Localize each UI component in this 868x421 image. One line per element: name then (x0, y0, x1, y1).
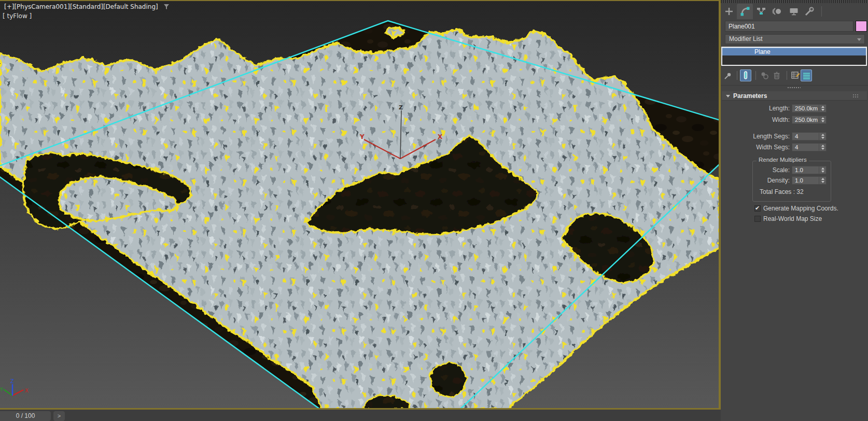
application-window: Y X Z X Y Z [+][PhysCamera001][Standard]… (0, 0, 868, 421)
total-faces-readout: Total Faces : 32 (760, 188, 804, 195)
utilities-icon (805, 7, 815, 16)
tripod-x-label: X (25, 388, 29, 394)
remove-modifier-button[interactable] (771, 69, 782, 81)
density-row: Density: 1.0 (721, 176, 868, 185)
stack-item-plane[interactable]: Plane (722, 48, 866, 55)
timeline-statusbar: 0 / 100 > (0, 410, 721, 421)
object-color-swatch[interactable] (856, 21, 867, 32)
stack-toolbar (721, 68, 868, 83)
rollout-collapse-icon (726, 95, 730, 97)
length-label: Length: (769, 105, 790, 112)
tab-display[interactable] (786, 4, 802, 19)
tab-separator (821, 6, 822, 17)
tab-hierarchy[interactable] (753, 4, 769, 19)
hierarchy-icon (757, 7, 766, 16)
viewport-menu-label[interactable]: [+][PhysCamera001][Standard][Default Sha… (4, 3, 158, 10)
show-end-result-button[interactable] (740, 69, 751, 81)
display-icon (789, 7, 799, 16)
length-value: 250.0km (795, 105, 818, 111)
remove-modifier-trash-icon (773, 71, 781, 80)
make-unique-button[interactable] (759, 69, 771, 81)
real-world-map-size-checkbox[interactable] (754, 216, 761, 222)
scale-spinner[interactable] (819, 166, 826, 174)
length-field[interactable]: 250.0km (792, 104, 827, 113)
width-row: Width: 250.0km (721, 116, 868, 124)
length-segs-row: Length Segs: 4 (721, 132, 868, 141)
density-label: Density: (767, 177, 790, 184)
modify-icon (740, 7, 750, 16)
length-row: Length: 250.0km (721, 104, 868, 113)
width-segs-label: Width Segs: (756, 144, 790, 151)
scale-field[interactable]: 1.0 (792, 166, 827, 174)
width-segs-spinner[interactable] (819, 144, 826, 151)
scale-label: Scale: (773, 166, 790, 174)
create-icon (724, 7, 734, 16)
command-panel: Modifier List Plane (721, 0, 868, 421)
width-segs-row: Width Segs: 4 (721, 143, 868, 152)
gizmo-y-label: Y (359, 133, 365, 141)
configure-modifier-sets-icon (791, 71, 800, 80)
generate-mapping-coords-row: Generate Mapping Coords. (754, 205, 868, 213)
tab-create[interactable] (721, 4, 737, 19)
panel-drag-handle[interactable] (721, 0, 868, 3)
viewport-active-border-top (0, 0, 721, 1)
timeline-next-button[interactable]: > (53, 411, 65, 421)
parameters-rollout-header[interactable]: Parameters (722, 91, 867, 101)
length-segs-label: Length Segs: (753, 133, 790, 140)
scale-value: 1.0 (795, 167, 803, 173)
modifier-sets-list-icon (803, 72, 810, 79)
panel-splitter[interactable] (721, 85, 868, 89)
width-value: 250.0km (795, 117, 818, 123)
toolbar-separator (787, 71, 787, 80)
toolbar-separator (755, 71, 756, 80)
scene-render: Y X Z X Y Z (0, 0, 721, 410)
viewport-active-border-bottom (0, 408, 721, 410)
real-world-map-size-row: Real-World Map Size (754, 216, 868, 223)
real-world-map-size-label: Real-World Map Size (763, 215, 822, 222)
grass-island-top[interactable] (386, 27, 404, 37)
density-field[interactable]: 1.0 (792, 176, 827, 185)
width-segs-value: 4 (795, 144, 798, 150)
render-multipliers-title: Render Multipliers (757, 157, 809, 163)
tripod-z-label: Z (10, 378, 14, 384)
width-label: Width: (772, 116, 790, 123)
tyflow-viewport-label[interactable]: [ tyFlow ] (3, 12, 32, 20)
filter-funnel-icon[interactable] (163, 4, 170, 10)
density-spinner[interactable] (819, 177, 826, 184)
modifier-list-label: Modifier List (729, 35, 763, 43)
viewport-active-border-right (719, 0, 721, 410)
modifier-list-dropdown[interactable]: Modifier List (725, 34, 865, 44)
make-unique-icon (760, 71, 769, 80)
pin-stack-icon (724, 72, 732, 80)
object-name-field[interactable] (725, 21, 853, 32)
tab-motion[interactable] (769, 4, 785, 19)
toolbar-separator (737, 71, 737, 80)
rollout-drag-grip[interactable] (852, 94, 859, 99)
modifier-sets-list-button[interactable] (801, 69, 812, 81)
chevron-down-icon (857, 38, 861, 41)
motion-icon (772, 7, 782, 16)
rollout-title: Parameters (733, 92, 767, 100)
viewport-canvas[interactable]: Y X Z X Y Z [+][PhysCamera001][Standard]… (0, 0, 721, 410)
density-value: 1.0 (795, 177, 803, 184)
tab-modify[interactable] (737, 4, 753, 19)
gizmo-x-label: X (438, 133, 443, 141)
scale-row: Scale: 1.0 (721, 166, 868, 175)
length-spinner[interactable] (819, 105, 826, 112)
gizmo-z-label: Z (399, 104, 403, 111)
configure-modifier-sets-button[interactable] (790, 69, 801, 81)
generate-mapping-coords-checkbox[interactable] (754, 205, 761, 212)
tab-utilities[interactable] (802, 4, 818, 19)
length-segs-spinner[interactable] (819, 133, 826, 140)
timeline-frame-display[interactable]: 0 / 100 (0, 411, 51, 421)
width-spinner[interactable] (819, 116, 826, 123)
modifier-stack[interactable]: Plane (721, 47, 867, 66)
length-segs-value: 4 (795, 133, 798, 139)
tripod-y-label: Y (0, 387, 4, 392)
generate-mapping-coords-label: Generate Mapping Coords. (763, 205, 838, 212)
pin-stack-button[interactable] (722, 69, 734, 81)
length-segs-field[interactable]: 4 (792, 132, 827, 141)
width-field[interactable]: 250.0km (792, 116, 827, 124)
show-end-result-icon (742, 71, 749, 80)
width-segs-field[interactable]: 4 (792, 143, 827, 151)
